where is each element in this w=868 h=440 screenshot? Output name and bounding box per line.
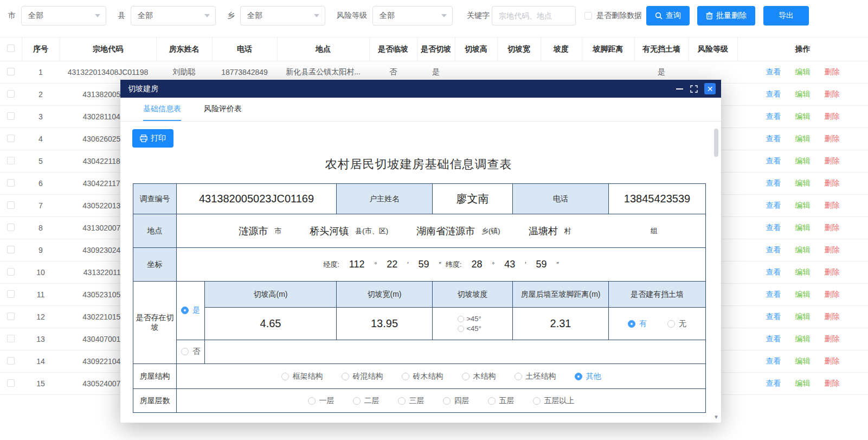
row-checkbox[interactable] bbox=[7, 135, 15, 142]
view-link[interactable]: 查看 bbox=[766, 112, 781, 122]
row-checkbox[interactable] bbox=[7, 68, 15, 75]
view-link[interactable]: 查看 bbox=[766, 223, 781, 233]
edit-link[interactable]: 编辑 bbox=[795, 379, 811, 388]
edit-link[interactable]: 编辑 bbox=[795, 312, 811, 322]
wall-no-radio[interactable]: 无 bbox=[667, 319, 686, 329]
row-checkbox[interactable] bbox=[7, 179, 15, 187]
longitude-minutes: 22 bbox=[387, 259, 397, 270]
minimize-button[interactable] bbox=[675, 85, 684, 93]
radio-option[interactable]: 二层 bbox=[353, 396, 380, 406]
row-checkbox[interactable] bbox=[7, 224, 15, 231]
edit-link[interactable]: 编辑 bbox=[795, 267, 811, 277]
edit-link[interactable]: 编辑 bbox=[795, 290, 811, 299]
print-button[interactable]: 打印 bbox=[132, 129, 173, 148]
city-select[interactable]: 全部 bbox=[21, 6, 106, 25]
view-link[interactable]: 查看 bbox=[766, 334, 781, 344]
edit-link[interactable]: 编辑 bbox=[795, 112, 811, 122]
radio-option[interactable]: 五层以上 bbox=[533, 396, 575, 406]
delete-link[interactable]: 删除 bbox=[825, 201, 840, 211]
batch-delete-button[interactable]: 批量删除 bbox=[697, 6, 755, 25]
row-checkbox[interactable] bbox=[7, 357, 15, 365]
view-link[interactable]: 查看 bbox=[766, 245, 781, 255]
export-button[interactable]: 导出 bbox=[763, 6, 809, 25]
slope-lt45-radio[interactable]: <45° bbox=[458, 324, 488, 333]
row-checkbox[interactable] bbox=[7, 90, 15, 98]
delete-link[interactable]: 删除 bbox=[825, 290, 840, 299]
county-select[interactable]: 全部 bbox=[131, 6, 216, 25]
row-checkbox[interactable] bbox=[7, 313, 15, 320]
view-link[interactable]: 查看 bbox=[766, 90, 781, 99]
row-checkbox[interactable] bbox=[7, 201, 15, 209]
radio-option[interactable]: 砖木结构 bbox=[402, 372, 443, 381]
phone-value: 13845423539 bbox=[609, 184, 706, 214]
radio-option[interactable]: 其他 bbox=[575, 372, 601, 381]
select-all-checkbox[interactable] bbox=[7, 44, 15, 52]
view-link[interactable]: 查看 bbox=[766, 379, 781, 388]
delete-link[interactable]: 删除 bbox=[825, 156, 840, 166]
query-button[interactable]: 查询 bbox=[646, 6, 690, 25]
delete-link[interactable]: 删除 bbox=[825, 312, 840, 322]
modal-title-bar[interactable]: 切坡建房 ✕ bbox=[120, 80, 721, 98]
radio-option[interactable]: 砖混结构 bbox=[342, 372, 383, 381]
scrollbar-thumb[interactable] bbox=[714, 129, 718, 157]
delete-link[interactable]: 删除 bbox=[825, 90, 840, 99]
edit-link[interactable]: 编辑 bbox=[795, 156, 811, 166]
view-link[interactable]: 查看 bbox=[766, 267, 781, 277]
tab-risk-evaluation[interactable]: 风险评价表 bbox=[204, 98, 242, 121]
delete-data-checkbox[interactable] bbox=[584, 12, 592, 20]
row-checkbox[interactable] bbox=[7, 246, 15, 253]
radio-option[interactable]: 一层 bbox=[308, 396, 335, 406]
view-link[interactable]: 查看 bbox=[766, 201, 781, 211]
delete-link[interactable]: 删除 bbox=[825, 379, 840, 388]
edit-link[interactable]: 编辑 bbox=[795, 67, 811, 77]
delete-link[interactable]: 删除 bbox=[825, 178, 840, 188]
view-link[interactable]: 查看 bbox=[766, 156, 781, 166]
view-link[interactable]: 查看 bbox=[766, 356, 781, 366]
cut-slope-no-radio[interactable]: 否 bbox=[181, 347, 200, 356]
row-checkbox[interactable] bbox=[7, 290, 15, 298]
maximize-button[interactable] bbox=[690, 85, 698, 93]
row-checkbox[interactable] bbox=[7, 379, 15, 387]
edit-link[interactable]: 编辑 bbox=[795, 90, 811, 99]
delete-link[interactable]: 删除 bbox=[825, 223, 840, 233]
radio-option[interactable]: 四层 bbox=[443, 396, 470, 406]
radio-option[interactable]: 土坯结构 bbox=[515, 372, 556, 381]
view-link[interactable]: 查看 bbox=[766, 134, 781, 144]
tab-basic-info[interactable]: 基础信息表 bbox=[143, 98, 181, 121]
delete-link[interactable]: 删除 bbox=[825, 245, 840, 255]
delete-link[interactable]: 删除 bbox=[825, 112, 840, 122]
delete-link[interactable]: 删除 bbox=[825, 134, 840, 144]
edit-link[interactable]: 编辑 bbox=[795, 356, 811, 366]
view-link[interactable]: 查看 bbox=[766, 290, 781, 299]
row-checkbox[interactable] bbox=[7, 157, 15, 164]
radio-option[interactable]: 木结构 bbox=[462, 372, 496, 381]
edit-link[interactable]: 编辑 bbox=[795, 178, 811, 188]
delete-link[interactable]: 删除 bbox=[825, 334, 840, 344]
close-button[interactable]: ✕ bbox=[704, 83, 716, 94]
delete-link[interactable]: 删除 bbox=[825, 267, 840, 277]
delete-link[interactable]: 删除 bbox=[825, 356, 840, 366]
edit-link[interactable]: 编辑 bbox=[795, 223, 811, 233]
view-link[interactable]: 查看 bbox=[766, 67, 781, 77]
row-checkbox[interactable] bbox=[7, 268, 15, 276]
view-link[interactable]: 查看 bbox=[766, 178, 781, 188]
edit-link[interactable]: 编辑 bbox=[795, 201, 811, 211]
view-link[interactable]: 查看 bbox=[766, 312, 781, 322]
row-checkbox[interactable] bbox=[7, 112, 15, 120]
edit-link[interactable]: 编辑 bbox=[795, 334, 811, 344]
radio-option[interactable]: 三层 bbox=[398, 396, 425, 406]
risk-level-select[interactable]: 全部 bbox=[372, 6, 453, 25]
delete-link[interactable]: 删除 bbox=[825, 67, 840, 77]
chevron-down-icon[interactable]: ▼ bbox=[713, 414, 719, 420]
slope-gt45-radio[interactable]: >45° bbox=[458, 315, 488, 323]
radio-option[interactable]: 框架结构 bbox=[281, 372, 323, 381]
modal-scrollbar[interactable]: ▼ bbox=[713, 124, 719, 420]
edit-link[interactable]: 编辑 bbox=[795, 134, 811, 144]
township-select[interactable]: 全部 bbox=[240, 6, 325, 25]
cut-slope-yes-radio[interactable]: 是 bbox=[181, 305, 200, 315]
keyword-input[interactable] bbox=[492, 6, 576, 25]
radio-option[interactable]: 五层 bbox=[488, 396, 515, 406]
wall-yes-radio[interactable]: 有 bbox=[628, 319, 647, 329]
row-checkbox[interactable] bbox=[7, 335, 15, 342]
edit-link[interactable]: 编辑 bbox=[795, 245, 811, 255]
